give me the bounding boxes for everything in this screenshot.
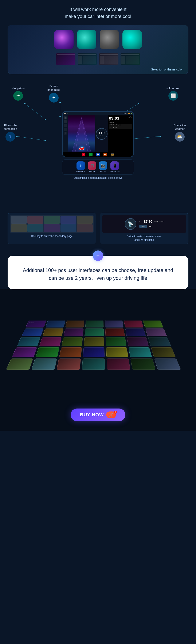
radio-skip-icon[interactable]: ⏭ [149, 225, 152, 228]
nav-feature: Navigation ✈ [11, 87, 24, 101]
car-screen: 🏠 ⚙ 09:03 📶 🔋 ⬡ ⚠ [62, 111, 134, 158]
svg-point-7 [138, 103, 139, 104]
svg-point-10 [45, 119, 46, 120]
color-squares-row [11, 30, 185, 49]
features-section: Navigation ✈ Screenbrightness ✦ split sc… [0, 79, 196, 210]
split-icon: ⬜ [168, 91, 178, 101]
radio-mhz-unit: MHz [160, 221, 164, 223]
left-panel-screen [10, 215, 94, 233]
weather-label: Check theweather [174, 124, 186, 131]
color-square-purple [54, 30, 74, 49]
svg-line-0 [25, 104, 45, 120]
svg-point-13 [45, 140, 46, 141]
bottom-dock: ⚕ Bluetooth 🎵 Radio 📷 AV_IN 📱 PhoneLink [62, 160, 134, 175]
right-panel-label: Swipe to switch between music and FM fun… [102, 235, 186, 242]
preview-purple [56, 53, 75, 65]
weather-icon: ⛅ [175, 132, 185, 142]
dock-item-avin[interactable]: 📷 AV_IN [99, 162, 107, 173]
brightness-feature: Screenbrightness ✦ [47, 84, 60, 102]
theme-section: Selection of theme color [7, 25, 189, 74]
nav-label: Navigation [11, 87, 24, 90]
dock-bluetooth-label: Bluetooth [76, 170, 85, 173]
dock-avin-label: AV_IN [100, 170, 106, 173]
dock-item-phonelink[interactable]: 📱 PhoneLink [110, 162, 120, 173]
buy-section: BUY NOW 🛒 0 [0, 401, 196, 431]
dock-radio-label: Radio [89, 170, 95, 173]
radio-info: FM 87.50 MHz MHz BAND ⏭ [139, 220, 163, 228]
preview-gray [99, 53, 118, 65]
split-label: split screen [166, 87, 180, 90]
car-screen-container: 🏠 ⚙ 09:03 📶 🔋 ⬡ ⚠ [62, 111, 134, 179]
weather-feature: Check theweather ⛅ [174, 124, 186, 142]
split-feature: split screen ⬜ [166, 87, 180, 101]
radio-circle-icon: 📡 [125, 218, 136, 230]
cs-topbar: 🏠 ⚙ 09:03 📶 🔋 [63, 112, 133, 116]
nav-icon: ✈ [13, 91, 23, 101]
color-square-cyan [122, 30, 142, 49]
bluetooth-icon: ⚕ [5, 132, 15, 142]
color-square-gray [100, 30, 119, 49]
dock-item-bluetooth[interactable]: ⚕ Bluetooth [76, 162, 85, 173]
radio-band-button[interactable]: BAND [139, 225, 147, 228]
plus-circle: + [93, 250, 103, 261]
theme-grid-section [0, 289, 196, 401]
radio-fm-label: FM [139, 221, 142, 223]
bottom-panels-section: One key to enter the secondary page 📡 FM… [0, 210, 196, 248]
additional-text: Addtional 100+ pcs user interfaces can b… [18, 266, 178, 282]
cs-app-row: ♪ Music 📞 Phone 🧭 Nāvi ▶ DiriNim 📻 [63, 152, 133, 158]
header-line1: It will work more convenient [4, 6, 192, 13]
bluetooth-feature: Bluetooth-compatible ⚕ [4, 124, 17, 142]
header-line2: make your car interior more cool [4, 13, 192, 20]
theme-color-label: Selection of theme color [11, 68, 185, 71]
svg-point-5 [24, 103, 25, 104]
header-section: It will work more convenient make your c… [0, 0, 196, 23]
color-square-teal [77, 30, 96, 49]
screen-previews-row [11, 53, 185, 65]
dock-item-radio[interactable]: 🎵 Radio [88, 162, 96, 173]
dock-phonelink-label: PhoneLink [110, 170, 120, 173]
preview-teal [78, 53, 97, 65]
radio-freq-value: 87.50 [144, 220, 152, 224]
right-panel-screen: 📡 FM 87.50 MHz MHz BAND ⏭ [102, 215, 186, 233]
customize-label: Customizable application add, delete, mo… [62, 176, 134, 179]
svg-line-3 [17, 136, 45, 140]
cart-badge: 🛒 0 [106, 412, 116, 418]
cart-count: 0 [114, 410, 117, 414]
left-panel-label: One key to enter the secondary page [10, 235, 94, 238]
cs-time-display: 09:03 [123, 113, 127, 114]
svg-point-11 [59, 116, 61, 117]
svg-point-9 [160, 136, 161, 137]
buy-now-button[interactable]: BUY NOW 🛒 0 [71, 408, 126, 421]
bluetooth-label: Bluetooth-compatible [4, 124, 17, 131]
plus-section: + Addtional 100+ pcs user interfaces can… [0, 250, 196, 289]
right-panel: 📡 FM 87.50 MHz MHz BAND ⏭ Swipe to switc… [100, 213, 189, 244]
preview-cyan [121, 53, 140, 65]
left-panel: One key to enter the secondary page [7, 213, 96, 244]
buy-now-text: BUY NOW [80, 412, 104, 418]
brightness-icon: ✦ [49, 93, 59, 102]
brightness-label: Screenbrightness [47, 84, 60, 92]
